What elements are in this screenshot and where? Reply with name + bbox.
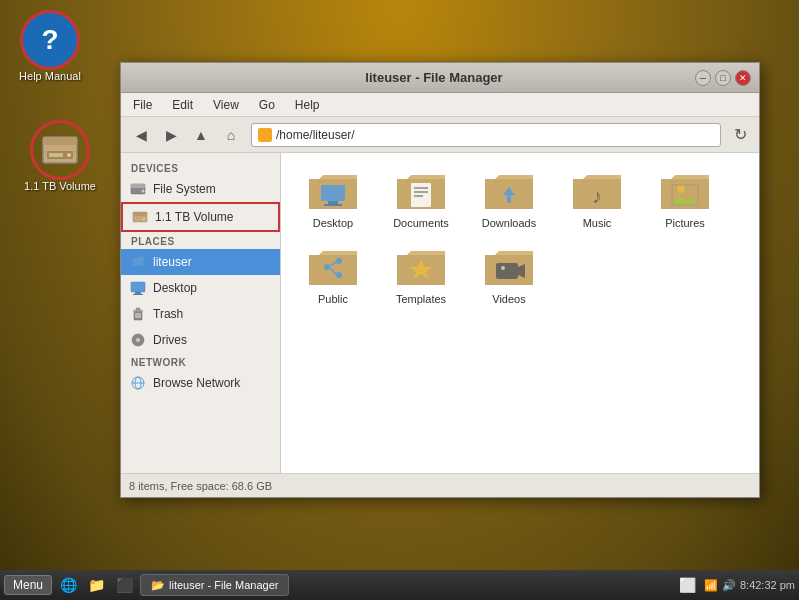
taskbar-files-icon[interactable]: 📁 (84, 573, 108, 597)
tb-volume-icon-circle (30, 120, 90, 180)
sidebar: DEVICES File System 1.1 TB Volume PLACES (121, 153, 281, 473)
start-label: Menu (13, 578, 43, 592)
volume-tray-icon: 🔊 (722, 579, 736, 592)
network-section-label: NETWORK (121, 353, 280, 370)
browse-network-label: Browse Network (153, 376, 240, 390)
svg-point-36 (324, 264, 330, 270)
status-bar: 8 items, Free space: 68.6 GB (121, 473, 759, 497)
taskbar-clock: 8:42:32 pm (740, 579, 795, 591)
svg-point-7 (142, 190, 145, 193)
address-bar[interactable]: /home/liteuser/ (251, 123, 721, 147)
svg-rect-25 (321, 185, 345, 201)
drives-icon (129, 331, 147, 349)
file-item-pictures[interactable]: Pictures (645, 165, 725, 233)
back-button[interactable]: ◀ (127, 121, 155, 149)
svg-rect-6 (131, 184, 145, 188)
trash-label: Trash (153, 307, 183, 321)
sidebar-item-liteuser[interactable]: liteuser (121, 249, 280, 275)
taskbar-window-label: liteuser - File Manager (169, 579, 278, 591)
address-text: /home/liteuser/ (276, 128, 355, 142)
places-section-label: PLACES (121, 232, 280, 249)
music-folder-icon: ♪ (571, 169, 623, 213)
videos-file-label: Videos (492, 293, 525, 305)
close-button[interactable]: ✕ (735, 70, 751, 86)
up-button[interactable]: ▲ (187, 121, 215, 149)
sidebar-item-browse-network[interactable]: Browse Network (121, 370, 280, 396)
file-item-documents[interactable]: Documents (381, 165, 461, 233)
home-button[interactable]: ⌂ (217, 121, 245, 149)
file-item-music[interactable]: ♪ Music (557, 165, 637, 233)
sidebar-item-tb-volume[interactable]: 1.1 TB Volume (121, 202, 280, 232)
desktop-sidebar-icon (129, 279, 147, 297)
window-controls: ─ □ ✕ (695, 70, 751, 86)
menu-edit[interactable]: Edit (164, 96, 201, 114)
svg-point-10 (143, 218, 145, 220)
videos-folder-icon (483, 245, 535, 289)
drives-label: Drives (153, 333, 187, 347)
taskbar-browser-icon[interactable]: 🌐 (56, 573, 80, 597)
svg-point-21 (136, 338, 140, 342)
menu-file[interactable]: File (125, 96, 160, 114)
desktop-folder-icon (307, 169, 359, 213)
music-file-label: Music (583, 217, 612, 229)
svg-point-38 (336, 272, 342, 278)
restore-button[interactable]: □ (715, 70, 731, 86)
desktop-icon-tb-volume[interactable]: 1.1 TB Volume (20, 120, 100, 192)
sidebar-item-file-system[interactable]: File System (121, 176, 280, 202)
file-system-icon (129, 180, 147, 198)
svg-point-34 (677, 185, 685, 193)
taskbar-terminal-icon[interactable]: ⬛ (112, 573, 136, 597)
network-tray-icon: 📶 (704, 579, 718, 592)
sidebar-item-desktop[interactable]: Desktop (121, 275, 280, 301)
svg-rect-1 (43, 137, 77, 145)
taskbar-window-button[interactable]: 📂 liteuser - File Manager (140, 574, 289, 596)
svg-rect-16 (136, 308, 140, 310)
sidebar-item-trash[interactable]: Trash (121, 301, 280, 327)
help-manual-label: Help Manual (19, 70, 81, 82)
start-button[interactable]: Menu (4, 575, 52, 595)
file-manager-window: liteuser - File Manager ─ □ ✕ File Edit … (120, 62, 760, 498)
svg-rect-42 (496, 263, 518, 279)
file-item-downloads[interactable]: Downloads (469, 165, 549, 233)
help-manual-icon: ? (20, 10, 80, 70)
file-system-label: File System (153, 182, 216, 196)
drive-svg-icon (39, 129, 81, 171)
svg-rect-4 (49, 153, 63, 157)
window-title: liteuser - File Manager (173, 70, 695, 85)
menu-go[interactable]: Go (251, 96, 283, 114)
liteuser-icon (129, 253, 147, 271)
svg-rect-27 (324, 204, 342, 206)
svg-rect-13 (133, 294, 143, 295)
title-bar: liteuser - File Manager ─ □ ✕ (121, 63, 759, 93)
svg-rect-11 (131, 282, 145, 292)
desktop: ? Help Manual 1.1 TB Volume liteuser - F… (0, 0, 799, 600)
svg-point-37 (336, 258, 342, 264)
refresh-button[interactable]: ↻ (727, 122, 753, 148)
desktop-icon-help-manual[interactable]: ? Help Manual (10, 10, 90, 82)
file-item-desktop[interactable]: Desktop (293, 165, 373, 233)
tb-volume-label: 1.1 TB Volume (24, 180, 96, 192)
trash-icon (129, 305, 147, 323)
svg-rect-26 (328, 201, 338, 204)
minimize-button[interactable]: ─ (695, 70, 711, 86)
taskbar-show-desktop-icon[interactable]: ⬜ (676, 573, 700, 597)
address-folder-icon (258, 128, 272, 142)
downloads-folder-icon (483, 169, 535, 213)
toolbar: ◀ ▶ ▲ ⌂ /home/liteuser/ ↻ (121, 117, 759, 153)
file-item-videos[interactable]: Videos (469, 241, 549, 309)
file-item-templates[interactable]: Templates (381, 241, 461, 309)
status-text: 8 items, Free space: 68.6 GB (129, 480, 272, 492)
pictures-file-label: Pictures (665, 217, 705, 229)
templates-folder-icon (395, 245, 447, 289)
documents-folder-icon (395, 169, 447, 213)
sidebar-item-drives[interactable]: Drives (121, 327, 280, 353)
liteuser-label: liteuser (153, 255, 192, 269)
menu-bar: File Edit View Go Help (121, 93, 759, 117)
file-item-public[interactable]: Public (293, 241, 373, 309)
menu-view[interactable]: View (205, 96, 247, 114)
pictures-folder-icon (659, 169, 711, 213)
menu-help[interactable]: Help (287, 96, 328, 114)
svg-point-44 (501, 266, 505, 270)
templates-file-label: Templates (396, 293, 446, 305)
forward-button[interactable]: ▶ (157, 121, 185, 149)
